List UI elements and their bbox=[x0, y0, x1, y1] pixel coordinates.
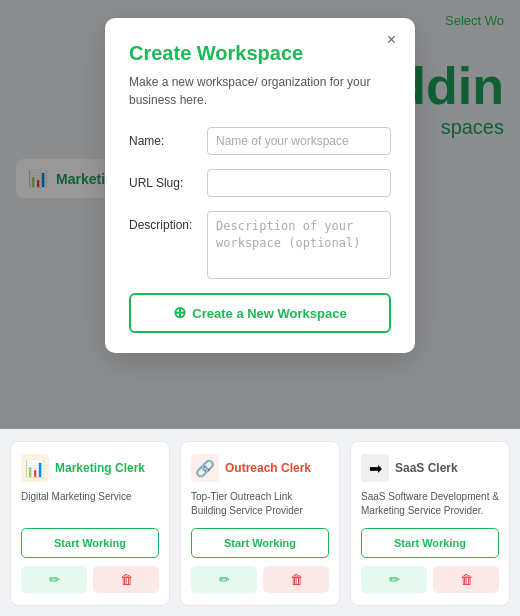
card-actions-marketing: ✏ 🗑 bbox=[21, 566, 159, 593]
card-header-saas: ➡ SaaS Clerk bbox=[361, 454, 499, 482]
workspace-card-outreach: 🔗 Outreach Clerk Top-Tier Outreach Link … bbox=[180, 441, 340, 606]
create-button-label: Create a New Workspace bbox=[192, 306, 346, 321]
start-working-button-marketing[interactable]: Start Working bbox=[21, 528, 159, 558]
delete-button-outreach[interactable]: 🗑 bbox=[263, 566, 329, 593]
workspace-card-saas: ➡ SaaS Clerk SaaS Software Development &… bbox=[350, 441, 510, 606]
delete-button-marketing[interactable]: 🗑 bbox=[93, 566, 159, 593]
card-header-marketing: 📊 Marketing Clerk bbox=[21, 454, 159, 482]
card-actions-outreach: ✏ 🗑 bbox=[191, 566, 329, 593]
url-slug-field-row: URL Slug: bbox=[129, 169, 391, 197]
modal-description: Make a new workspace/ organization for y… bbox=[129, 73, 391, 109]
start-working-button-outreach[interactable]: Start Working bbox=[191, 528, 329, 558]
card-icon-marketing: 📊 bbox=[21, 454, 49, 482]
edit-button-saas[interactable]: ✏ bbox=[361, 566, 427, 593]
card-icon-outreach: 🔗 bbox=[191, 454, 219, 482]
card-description-outreach: Top-Tier Outreach Link Building Service … bbox=[191, 490, 329, 520]
create-workspace-modal: × Create Workspace Make a new workspace/… bbox=[105, 18, 415, 353]
card-description-saas: SaaS Software Development & Marketing Se… bbox=[361, 490, 499, 520]
create-icon: ⊕ bbox=[173, 305, 186, 321]
card-description-marketing: Digital Marketing Service bbox=[21, 490, 159, 520]
name-field-row: Name: bbox=[129, 127, 391, 155]
card-header-outreach: 🔗 Outreach Clerk bbox=[191, 454, 329, 482]
workspace-cards-row: 📊 Marketing Clerk Digital Marketing Serv… bbox=[10, 441, 510, 606]
card-actions-saas: ✏ 🗑 bbox=[361, 566, 499, 593]
card-icon-saas: ➡ bbox=[361, 454, 389, 482]
card-title-outreach: Outreach Clerk bbox=[225, 461, 311, 475]
close-button[interactable]: × bbox=[382, 30, 401, 50]
description-label: Description: bbox=[129, 211, 207, 232]
description-input[interactable] bbox=[207, 211, 391, 279]
name-label: Name: bbox=[129, 127, 207, 148]
url-slug-label: URL Slug: bbox=[129, 169, 207, 190]
create-workspace-button[interactable]: ⊕ Create a New Workspace bbox=[129, 293, 391, 333]
edit-button-outreach[interactable]: ✏ bbox=[191, 566, 257, 593]
description-field-row: Description: bbox=[129, 211, 391, 279]
workspace-card-marketing: 📊 Marketing Clerk Digital Marketing Serv… bbox=[10, 441, 170, 606]
url-slug-input[interactable] bbox=[207, 169, 391, 197]
start-working-button-saas[interactable]: Start Working bbox=[361, 528, 499, 558]
card-title-saas: SaaS Clerk bbox=[395, 461, 458, 475]
workspaces-section: 📊 Marketing Clerk Digital Marketing Serv… bbox=[0, 429, 520, 616]
name-input[interactable] bbox=[207, 127, 391, 155]
modal-title: Create Workspace bbox=[129, 42, 391, 65]
card-title-marketing: Marketing Clerk bbox=[55, 461, 145, 475]
delete-button-saas[interactable]: 🗑 bbox=[433, 566, 499, 593]
edit-button-marketing[interactable]: ✏ bbox=[21, 566, 87, 593]
